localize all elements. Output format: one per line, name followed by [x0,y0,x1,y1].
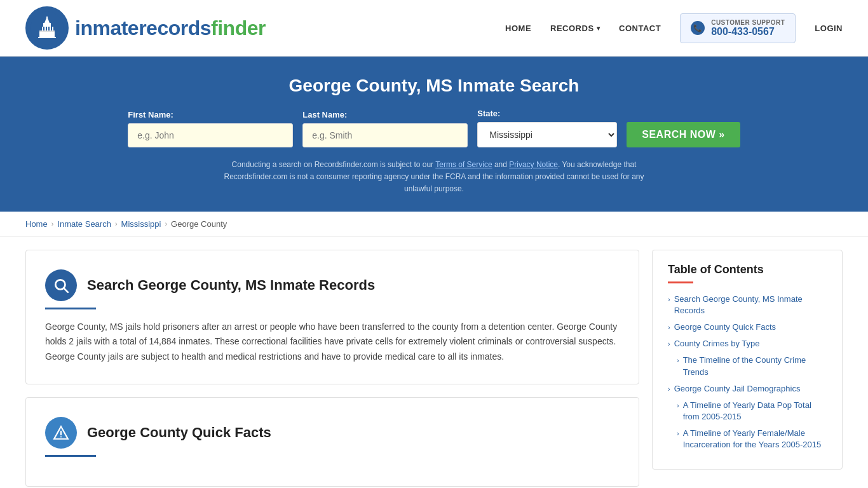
svg-point-17 [60,436,62,437]
chevron-down-icon: ▾ [597,25,600,32]
terms-link[interactable]: Terms of Service [435,160,492,169]
breadcrumb-home[interactable]: Home [25,219,48,229]
toc-underline [668,281,693,283]
svg-rect-5 [46,17,48,19]
svg-rect-9 [48,27,50,31]
warning-icon [53,424,69,441]
svg-rect-10 [51,27,52,31]
svg-rect-3 [43,23,51,27]
chevron-right-icon: › [668,339,670,349]
quick-facts-header: George County Quick Facts [45,417,620,449]
sidebar: Table of Contents › Search George County… [652,250,843,488]
logo-icon [25,6,69,50]
first-name-input[interactable] [128,123,293,147]
toc-link-female-male[interactable]: › A Timeline of Yearly Female/Male Incar… [677,428,827,451]
chevron-right-icon: › [668,323,670,332]
first-name-label: First Name: [128,110,173,119]
toc-item-sub: › The Timeline of the County Crime Trend… [668,355,827,377]
search-section-icon [45,269,77,301]
chevron-right-icon: › [677,429,679,438]
toc-link-demographics[interactable]: › George County Jail Demographics [668,383,827,395]
breadcrumb-sep-3: › [165,220,167,227]
magnifier-icon [53,277,69,294]
quick-facts-card: George County Quick Facts [25,397,639,487]
support-label: CUSTOMER SUPPORT [711,19,785,26]
site-header: inmaterecordsfinder HOME RECORDS ▾ CONTA… [0,0,868,57]
chevron-right-icon: › [668,384,670,394]
quick-facts-underline [45,455,96,457]
svg-rect-11 [39,30,55,32]
state-group: State: Mississippi [477,109,617,147]
nav-login[interactable]: LOGIN [815,24,843,33]
toc-title: Table of Contents [668,263,827,276]
toc-item: › George County Quick Facts [668,322,827,333]
last-name-input[interactable] [302,123,468,147]
search-button[interactable]: SEARCH NOW » [627,122,740,147]
search-section-header: Search George County, MS Inmate Records [45,269,620,301]
toc-link-timeline-trends[interactable]: › The Timeline of the County Crime Trend… [677,355,827,377]
chevron-right-icon: › [668,295,670,304]
nav-home[interactable]: HOME [505,24,531,33]
logo-text: inmaterecordsfinder [75,17,266,40]
last-name-group: Last Name: [302,110,468,147]
phone-icon: 📞 [691,21,705,35]
svg-rect-7 [43,27,44,31]
search-section-body: George County, MS jails hold prisoners a… [45,320,620,365]
search-form: First Name: Last Name: State: Mississipp… [25,109,843,147]
toc-list: › Search George County, MS Inmate Record… [668,294,827,451]
breadcrumb-sep-1: › [51,220,54,227]
quick-facts-title: George County Quick Facts [87,424,271,441]
toc-item: › George County Jail Demographics [668,383,827,395]
nav-records[interactable]: RECORDS ▾ [550,24,600,33]
quick-facts-icon [45,417,77,449]
toc-link-search[interactable]: › Search George County, MS Inmate Record… [668,294,827,316]
last-name-label: Last Name: [302,110,347,119]
search-section-underline [45,308,96,309]
toc-link-yearly-data[interactable]: › A Timeline of Yearly Data Pop Total fr… [677,400,827,423]
breadcrumb: Home › Inmate Search › Mississippi › Geo… [0,212,868,237]
hero-section: George County, MS Inmate Search First Na… [0,57,868,212]
logo-area: inmaterecordsfinder [25,6,266,50]
svg-line-14 [64,288,68,292]
first-name-group: First Name: [128,110,293,147]
main-nav: HOME RECORDS ▾ CONTACT 📞 CUSTOMER SUPPOR… [505,13,843,43]
privacy-link[interactable]: Privacy Notice [509,160,558,169]
breadcrumb-current: George County [171,219,227,229]
page-title: George County, MS Inmate Search [25,76,843,96]
state-select[interactable]: Mississippi [477,122,617,147]
chevron-right-icon: › [677,356,679,365]
toc-item: › County Crimes by Type [668,338,827,349]
state-label: State: [477,109,500,118]
search-section-title: Search George County, MS Inmate Records [87,277,375,294]
svg-rect-12 [38,37,56,38]
toc-link-quick-facts[interactable]: › George County Quick Facts [668,322,827,333]
svg-rect-6 [41,27,42,31]
toc-card: Table of Contents › Search George County… [652,250,843,470]
main-content: Search George County, MS Inmate Records … [0,237,868,488]
toc-link-crimes-type[interactable]: › County Crimes by Type [668,338,827,349]
breadcrumb-sep-2: › [115,220,118,227]
search-records-card: Search George County, MS Inmate Records … [25,250,639,384]
nav-contact[interactable]: CONTACT [619,24,661,33]
toc-item-sub: › A Timeline of Yearly Female/Male Incar… [668,428,827,451]
toc-item: › Search George County, MS Inmate Record… [668,294,827,316]
customer-support-box: 📞 CUSTOMER SUPPORT 800-433-0567 [680,13,796,43]
chevron-right-icon: › [677,401,679,410]
breadcrumb-state[interactable]: Mississippi [121,219,161,229]
toc-item-sub: › A Timeline of Yearly Data Pop Total fr… [668,400,827,423]
content-left: Search George County, MS Inmate Records … [25,250,639,488]
breadcrumb-inmate-search[interactable]: Inmate Search [57,219,111,229]
support-phone: 800-433-0567 [711,26,785,37]
svg-rect-8 [46,27,47,31]
disclaimer-text: Conducting a search on Recordsfinder.com… [212,159,656,196]
